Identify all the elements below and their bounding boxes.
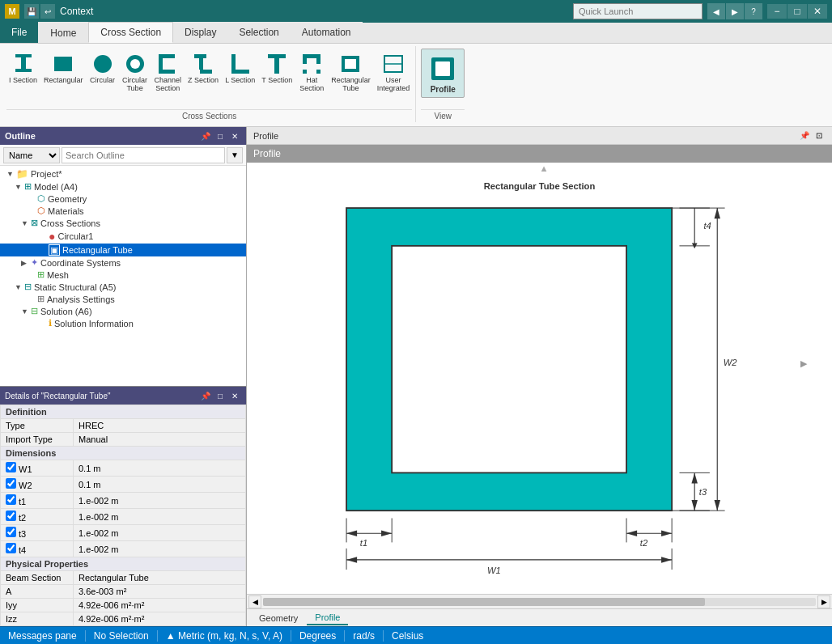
tree-item-geometry[interactable]: ⬡ Geometry xyxy=(0,193,246,205)
scroll-right-btn[interactable]: ▶ xyxy=(817,595,830,608)
tab-home[interactable]: Home xyxy=(38,22,88,43)
tree-item-solution[interactable]: ▼ ⊟ Solution (A6) xyxy=(0,305,246,317)
quick-launch-input[interactable] xyxy=(573,3,703,19)
outline-box-btn[interactable]: □ xyxy=(214,129,227,142)
right-panel: Profile 📌 ⊡ Profile Rectangular Tube Sec… xyxy=(247,127,832,626)
outline-pin-btn[interactable]: 📌 xyxy=(199,129,212,142)
tree-item-cross-sections[interactable]: ▼ ⊠ Cross Sections xyxy=(0,217,246,229)
profile-pin-btn[interactable]: 📌 xyxy=(798,129,811,142)
row-Iyy: Iyy 4.92e-006 m²·m² xyxy=(1,599,246,612)
status-degrees: Degrees xyxy=(291,630,345,642)
profile-expand-btn[interactable]: ⊡ xyxy=(813,129,826,142)
tree-item-rect-tube[interactable]: ▣ Rectangular Tube xyxy=(0,244,246,256)
bottom-tabs: Geometry Profile xyxy=(247,608,832,626)
row-t1: t1 1.e-002 m xyxy=(1,493,246,509)
tree-item-coord[interactable]: ▶ ✦ Coordinate Systems xyxy=(0,256,246,269)
details-pin-btn[interactable]: 📌 xyxy=(199,389,212,402)
scroll-left-btn[interactable]: ◀ xyxy=(248,595,261,608)
svg-point-6 xyxy=(130,59,140,69)
outline-name-select[interactable]: Name xyxy=(3,147,60,163)
dim-t1-label: t1 xyxy=(360,538,367,548)
status-messages[interactable]: Messages pane xyxy=(0,630,86,642)
tree-label-rect-tube: Rectangular Tube xyxy=(62,245,133,255)
row-w1: W1 0.1 m xyxy=(1,460,246,477)
minimize-btn[interactable]: − xyxy=(767,4,787,19)
dim-w1-arrow-r xyxy=(661,557,672,562)
close-btn[interactable]: ✕ xyxy=(808,4,827,19)
dim-t4-label: t4 xyxy=(703,221,711,231)
tree-item-project[interactable]: ▼ 📁 Project* xyxy=(0,167,246,180)
tree-item-circular1[interactable]: ● Circular1 xyxy=(0,229,246,244)
ribbon-item-zsection[interactable]: Z Section xyxy=(185,49,221,87)
tree-expand-structural[interactable]: ▼ xyxy=(15,283,24,291)
outline-title: Outline xyxy=(5,131,36,141)
ribbon-item-circular-tube[interactable]: CircularTube xyxy=(120,49,151,95)
help-btn[interactable]: ? xyxy=(745,3,762,19)
row-type: Type HREC xyxy=(1,419,246,433)
quick-save-btn[interactable]: 💾 xyxy=(24,4,39,19)
tree-label-project: Project* xyxy=(31,169,62,179)
dim-w2-arrow-bot xyxy=(715,500,720,511)
tree-expand-solution[interactable]: ▼ xyxy=(21,307,31,316)
tab-display[interactable]: Display xyxy=(173,22,227,43)
tab-file[interactable]: File xyxy=(0,22,38,43)
row-t3: t3 1.e-002 m xyxy=(1,525,246,541)
tab-selection[interactable]: Selection xyxy=(227,22,290,43)
row-A: A 3.6e-003 m² xyxy=(1,585,246,599)
undo-btn[interactable]: ↩ xyxy=(40,4,55,19)
ribbon-item-tsection[interactable]: T Section xyxy=(259,49,295,87)
scroll-track[interactable] xyxy=(263,598,816,606)
tree-view: ▼ 📁 Project* ▼ ⊞ Model (A4) ⬡ Geometry ⬡… xyxy=(0,166,246,386)
section-title-text: Rectangular Tube Section xyxy=(484,181,596,191)
tree-expand-model[interactable]: ▼ xyxy=(15,183,24,191)
section-definition: Definition xyxy=(1,405,246,419)
ribbon-item-isection[interactable]: I Section xyxy=(6,49,40,87)
tree-expand-coord[interactable]: ▶ xyxy=(21,259,31,267)
row-beam-section: Beam Section Rectangular Tube xyxy=(1,571,246,585)
ribbon-item-user-integrated[interactable]: UserIntegrated xyxy=(375,49,413,95)
ribbon-item-lsection[interactable]: L Section xyxy=(223,49,257,87)
svg-rect-9 xyxy=(159,70,175,74)
tree-item-materials[interactable]: ⬡ Materials xyxy=(0,205,246,217)
ribbon-item-hat[interactable]: HatSection xyxy=(296,49,327,95)
ribbon: File Home Cross Section Display Selectio… xyxy=(0,23,832,127)
dim-w1-label: W1 xyxy=(487,566,501,575)
h-scrollbar[interactable]: ◀ ▶ xyxy=(247,594,832,608)
ribbon-item-rect-tube[interactable]: RectangularTube xyxy=(329,49,373,95)
tree-label-cross-sections: Cross Sections xyxy=(40,218,100,228)
profile-panel-label: Profile xyxy=(253,131,278,141)
dim-t1-arrow-l xyxy=(346,530,357,536)
tree-item-analysis[interactable]: ⊞ Analysis Settings xyxy=(0,293,246,305)
tab-geometry[interactable]: Geometry xyxy=(250,611,307,625)
tab-automation[interactable]: Automation xyxy=(291,22,363,43)
tree-label-solution-info: Solution Information xyxy=(54,319,134,328)
left-panel: Outline 📌 □ ✕ Name ▼ ▼ 📁 Project* xyxy=(0,127,247,626)
details-close-btn[interactable]: ✕ xyxy=(228,389,241,402)
outline-search-btn[interactable]: ▼ xyxy=(227,147,243,163)
tree-item-mesh[interactable]: ⊞ Mesh xyxy=(0,269,246,281)
details-box-btn[interactable]: □ xyxy=(214,389,227,402)
ribbon-item-profile[interactable]: Profile xyxy=(421,49,465,98)
tab-profile[interactable]: Profile xyxy=(307,611,348,625)
nav-forward-btn[interactable]: ▶ xyxy=(726,3,744,19)
outline-search-input[interactable] xyxy=(62,147,225,163)
tree-expand-cross-sections[interactable]: ▼ xyxy=(21,219,31,227)
ribbon-item-rectangular[interactable]: Rectangular xyxy=(41,49,86,87)
outline-close-btn[interactable]: ✕ xyxy=(228,129,241,142)
ribbon-item-circular[interactable]: Circular xyxy=(87,49,118,87)
dim-t3-arrow-top xyxy=(691,472,697,483)
tree-expand-project[interactable]: ▼ xyxy=(6,170,16,178)
tree-item-solution-info[interactable]: ℹ Solution Information xyxy=(0,317,246,329)
app-icon: M xyxy=(5,4,19,19)
tree-item-model[interactable]: ▼ ⊞ Model (A4) xyxy=(0,180,246,193)
dim-t2-arrow-l xyxy=(626,530,637,536)
tree-item-static-structural[interactable]: ▼ ⊟ Static Structural (A5) xyxy=(0,281,246,293)
maximize-btn[interactable]: □ xyxy=(787,4,807,19)
tab-cross-section[interactable]: Cross Section xyxy=(88,22,173,43)
nav-back-btn[interactable]: ◀ xyxy=(707,3,725,19)
scroll-thumb[interactable] xyxy=(263,598,705,606)
status-radians: rad/s xyxy=(345,630,384,642)
status-units[interactable]: ▲ Metric (m, kg, N, s, V, A) xyxy=(158,630,291,642)
svg-rect-1 xyxy=(21,57,26,69)
ribbon-item-channel[interactable]: ChannelSection xyxy=(152,49,185,95)
